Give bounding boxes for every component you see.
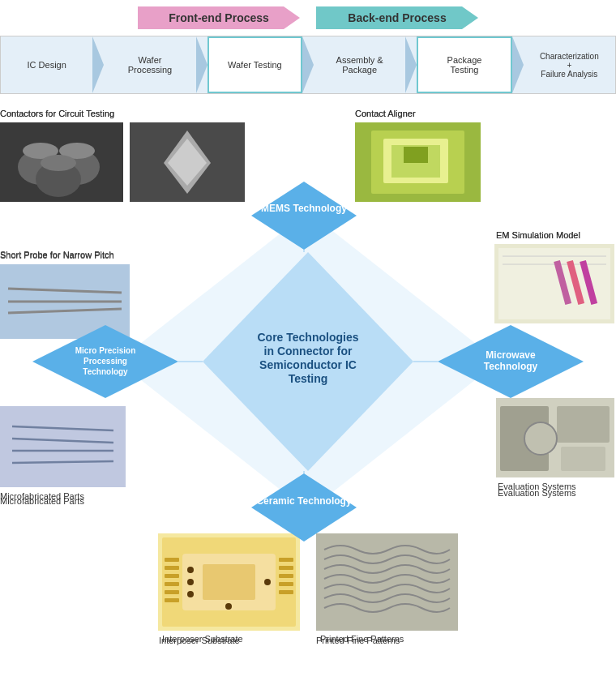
svg-text:Ceramic Technology: Ceramic Technology [256, 495, 351, 507]
svg-text:Technology: Technology [484, 361, 538, 372]
image-microfab [0, 406, 126, 487]
flow-wafer-processing: WaferProcessing [104, 36, 195, 93]
svg-rect-33 [557, 406, 610, 443]
svg-text:Micro Precision: Micro Precision [75, 346, 135, 355]
image-eval-systems [496, 398, 614, 477]
flow-assembly-package: Assembly &Package [314, 36, 405, 93]
flow-arrow-1 [92, 36, 104, 93]
svg-marker-61 [438, 325, 584, 398]
image-interposer [158, 533, 300, 631]
svg-text:MEMS Technology: MEMS Technology [261, 203, 347, 214]
svg-marker-57 [118, 212, 498, 512]
label-em-simulation: EM Simulation Model [496, 230, 580, 240]
flow-arrow-5 [512, 36, 524, 93]
top-banner: Front-end Process Back-end Process [0, 0, 616, 36]
svg-rect-52 [279, 566, 293, 570]
label-microfabricated: Microfabricated Parts [0, 491, 84, 501]
svg-point-41 [187, 579, 194, 585]
svg-rect-53 [279, 574, 293, 578]
image-probe1 [0, 264, 130, 339]
frontend-process-banner: Front-end Process [138, 6, 300, 29]
svg-rect-50 [165, 598, 179, 602]
svg-rect-39 [203, 564, 255, 600]
flow-arrow-3 [302, 36, 314, 93]
label-contactors: Contactors for Circuit Testing [0, 109, 114, 118]
flow-package-testing: PackageTesting [417, 36, 511, 93]
svg-marker-59 [251, 182, 357, 250]
svg-rect-46 [165, 566, 179, 570]
process-flow: IC Design WaferProcessing Wafer Testing … [0, 36, 616, 94]
svg-text:Semiconductor IC: Semiconductor IC [259, 358, 357, 371]
svg-text:Technology: Technology [83, 367, 128, 376]
image-printed-patterns [316, 533, 458, 631]
svg-rect-19 [0, 406, 126, 487]
backend-process-banner: Back-end Process [316, 6, 478, 29]
svg-rect-47 [165, 574, 179, 578]
label-printed-fine: Printed Fine Patterns [320, 634, 404, 644]
label-short-probe: Short Probe for Narrow Pitch [0, 250, 114, 260]
svg-point-42 [187, 591, 194, 597]
svg-rect-54 [279, 582, 293, 586]
svg-rect-48 [165, 582, 179, 586]
svg-text:Core Technologies: Core Technologies [258, 331, 359, 344]
flow-arrow-4 [405, 36, 417, 93]
label-evaluation: Evaluation Systems [498, 482, 576, 491]
flow-characterization: Characterization+Failure Analysis [524, 36, 615, 93]
svg-rect-34 [561, 447, 605, 471]
svg-text:Testing: Testing [289, 372, 328, 385]
svg-text:Microwave: Microwave [486, 349, 536, 361]
main-diagram: Contactors for Circuit Testing Contact A… [0, 94, 616, 645]
image-contactor2 [130, 122, 245, 202]
svg-point-43 [264, 579, 271, 585]
flow-ic-design: IC Design [1, 36, 92, 93]
image-aligner [355, 122, 481, 202]
svg-marker-62 [251, 473, 357, 542]
svg-point-35 [524, 422, 557, 455]
label-contact-aligner: Contact Aligner [355, 109, 416, 118]
svg-rect-25 [498, 248, 610, 319]
svg-rect-51 [279, 558, 293, 562]
svg-rect-45 [165, 558, 179, 562]
svg-text:in Connector for: in Connector for [264, 345, 353, 357]
svg-marker-58 [203, 252, 413, 471]
image-em-simulation [494, 244, 614, 323]
flow-arrow-2 [196, 36, 207, 93]
svg-rect-49 [165, 590, 179, 594]
flow-wafer-testing: Wafer Testing [207, 36, 302, 93]
svg-point-44 [225, 603, 232, 610]
svg-point-6 [41, 155, 76, 171]
svg-text:Processing: Processing [83, 357, 127, 366]
label-interposer-sub: Interposer Substrate [162, 634, 243, 644]
svg-rect-14 [404, 147, 428, 163]
image-contactor1 [0, 122, 123, 202]
svg-rect-55 [279, 590, 293, 594]
svg-point-40 [187, 567, 194, 573]
